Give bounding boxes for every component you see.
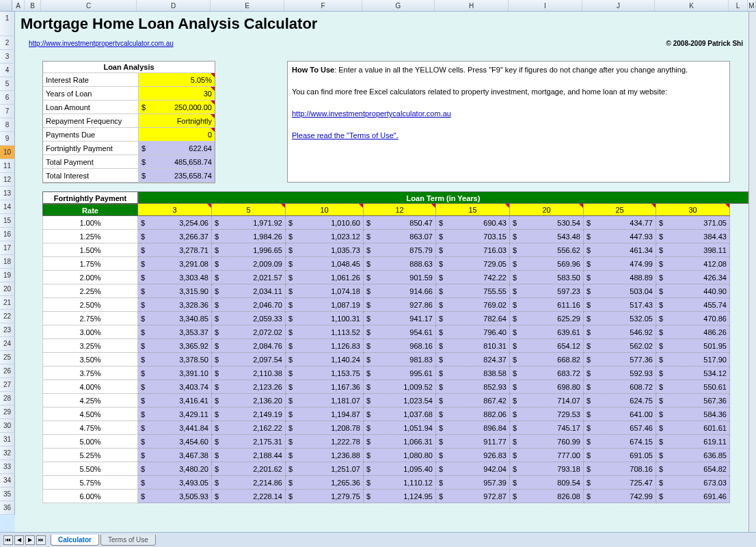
payment-table: Fortnightly Payment Loan Term (in Years)…	[42, 191, 748, 503]
payment-cell: $1,110.12	[364, 476, 436, 490]
row-header-14[interactable]: 14	[0, 200, 15, 214]
payment-cell: $567.36	[656, 394, 730, 408]
row-header-36[interactable]: 36	[0, 501, 15, 515]
row-header-23[interactable]: 23	[0, 323, 15, 337]
loan-value-years-of-loan[interactable]: 30	[139, 87, 215, 100]
row-header-5[interactable]: 5	[0, 77, 15, 91]
top-website-link[interactable]: http://www.investmentpropertycalculator.…	[29, 40, 174, 47]
payment-cell: $1,984.26	[212, 230, 286, 243]
col-header-K[interactable]: K	[655, 0, 729, 11]
payment-cell: $2,188.44	[212, 449, 286, 462]
howto-website-link[interactable]: http://www.investmentpropertycalculator.…	[292, 109, 451, 118]
sheet-nav-button[interactable]: ⏮	[3, 535, 13, 545]
loan-value-interest-rate[interactable]: 5.05%	[139, 73, 215, 86]
sheet-nav-button[interactable]: ◀	[14, 535, 24, 545]
payment-cell: $3,403.74	[138, 380, 212, 394]
row-header-15[interactable]: 15	[0, 214, 15, 228]
tab-terms-of-use[interactable]: Terms of Use	[100, 535, 156, 546]
col-header-M[interactable]: M	[748, 0, 756, 11]
row-header-6[interactable]: 6	[0, 91, 15, 105]
row-header-28[interactable]: 28	[0, 392, 15, 405]
loan-value-loan-amount[interactable]: $250,000.00	[139, 101, 215, 114]
payment-cell: $1,113.52	[286, 325, 364, 339]
row-header-17[interactable]: 17	[0, 241, 15, 255]
row-header-33[interactable]: 33	[0, 460, 15, 474]
payment-cell: $742.99	[584, 490, 656, 503]
payment-cell: $641.00	[584, 408, 656, 421]
sheet-nav-button[interactable]: ▶	[25, 535, 35, 545]
terms-of-use-link[interactable]: Please read the "Terms of Use".	[292, 131, 399, 139]
row-header-4[interactable]: 4	[0, 64, 15, 77]
row-header-8[interactable]: 8	[0, 118, 15, 132]
column-headers: ABCDEFGHIJKLM	[0, 0, 756, 12]
payment-cell: $1,100.31	[286, 312, 364, 325]
row-header-13[interactable]: 13	[0, 187, 15, 200]
row-header-7[interactable]: 7	[0, 105, 15, 118]
row-header-26[interactable]: 26	[0, 364, 15, 378]
col-header-B[interactable]: B	[25, 0, 41, 11]
col-header-D[interactable]: D	[137, 0, 211, 11]
col-header-J[interactable]: J	[582, 0, 655, 11]
payment-cell: $546.92	[584, 325, 656, 339]
col-header-C[interactable]: C	[41, 0, 137, 11]
payment-cell: $2,162.22	[212, 421, 286, 435]
col-header-I[interactable]: I	[509, 0, 582, 11]
payment-cell: $698.80	[510, 380, 584, 394]
row-header-16[interactable]: 16	[0, 228, 15, 241]
loan-value-repayment-frequency[interactable]: Fortnightly	[139, 114, 215, 127]
row-header-24[interactable]: 24	[0, 337, 15, 351]
payment-cell: $556.62	[510, 243, 584, 257]
row-header-27[interactable]: 27	[0, 378, 15, 392]
loan-label: Loan Amount	[43, 101, 139, 114]
col-header-H[interactable]: H	[435, 0, 509, 11]
row-header-29[interactable]: 29	[0, 405, 15, 419]
row-header-18[interactable]: 18	[0, 255, 15, 269]
row-header-20[interactable]: 20	[0, 282, 15, 296]
payment-cell: $2,046.70	[212, 298, 286, 312]
row-header-31[interactable]: 31	[0, 433, 15, 446]
rate-cell: 4.50%	[42, 408, 138, 421]
row-header-25[interactable]: 25	[0, 351, 15, 364]
col-header-L[interactable]: L	[729, 0, 748, 11]
row-header-10[interactable]: 10	[0, 146, 15, 159]
col-header-A[interactable]: A	[12, 0, 25, 11]
row-header-2[interactable]: 2	[0, 36, 15, 50]
row-header-3[interactable]: 3	[0, 50, 15, 64]
row-header-22[interactable]: 22	[0, 310, 15, 323]
row-header-19[interactable]: 19	[0, 269, 15, 282]
row-header-30[interactable]: 30	[0, 419, 15, 433]
col-header-E[interactable]: E	[211, 0, 284, 11]
year-col-12: 12	[364, 204, 436, 216]
row-header-34[interactable]: 34	[0, 474, 15, 488]
payment-cell: $703.15	[436, 230, 510, 243]
vertical-scrollbar[interactable]	[748, 12, 756, 532]
row-header-32[interactable]: 32	[0, 446, 15, 460]
payment-cell: $691.05	[584, 449, 656, 462]
row-header-12[interactable]: 12	[0, 173, 15, 187]
col-header-G[interactable]: G	[362, 0, 435, 11]
payment-cell: $914.66	[364, 284, 436, 298]
row-header-1[interactable]: 1	[0, 12, 15, 36]
loan-value-payments-due[interactable]: 0	[139, 128, 215, 141]
payment-cell: $972.87	[436, 490, 510, 503]
row-header-21[interactable]: 21	[0, 296, 15, 310]
row-header-11[interactable]: 11	[0, 159, 15, 173]
payment-cell: $1,222.78	[286, 435, 364, 449]
row-header-35[interactable]: 35	[0, 488, 15, 501]
loan-analysis-panel: Loan Analysis Interest Rate5.05%Years of…	[42, 61, 215, 183]
payment-cell: $690.43	[436, 216, 510, 230]
payment-cell: $1,080.80	[364, 449, 436, 462]
payment-cell: $1,074.18	[286, 284, 364, 298]
sheet-nav-button[interactable]: ⏭	[36, 535, 46, 545]
payment-cell: $901.59	[364, 271, 436, 284]
payment-cell: $2,034.11	[212, 284, 286, 298]
fortnightly-payment-header: Fortnightly Payment	[42, 191, 138, 204]
payment-cell: $1,023.54	[364, 394, 436, 408]
tab-calculator[interactable]: Calculator	[51, 535, 99, 546]
payment-cell: $1,167.36	[286, 380, 364, 394]
payment-cell: $3,429.11	[138, 408, 212, 421]
col-header-F[interactable]: F	[284, 0, 362, 11]
payment-cell: $1,061.26	[286, 271, 364, 284]
select-all-corner[interactable]	[0, 0, 12, 11]
row-header-9[interactable]: 9	[0, 132, 15, 146]
